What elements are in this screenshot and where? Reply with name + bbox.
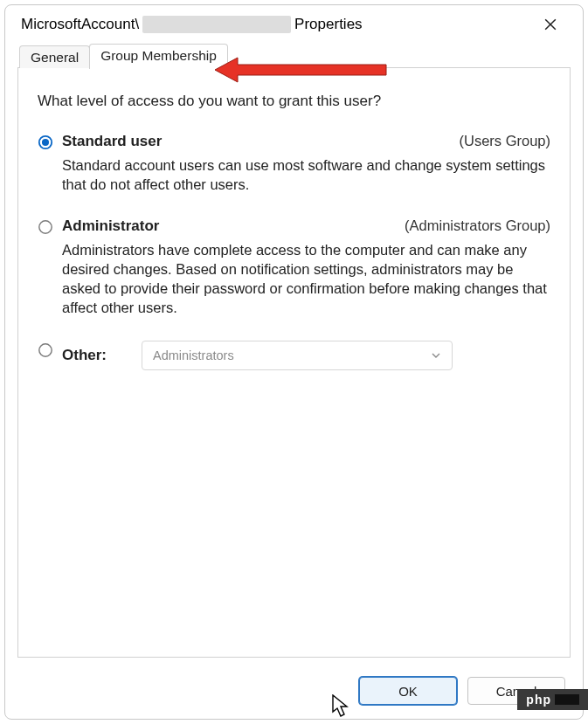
php-watermark: php — [517, 689, 588, 710]
tab-group-membership[interactable]: Group Membership — [89, 44, 228, 69]
option-standard-aside: (Users Group) — [459, 133, 550, 149]
tab-content-frame: What level of access do you want to gran… — [17, 68, 571, 658]
close-button[interactable] — [530, 10, 571, 38]
svg-point-5 — [39, 343, 52, 355]
option-admin-aside: (Administrators Group) — [405, 217, 550, 234]
ok-button[interactable]: OK — [359, 677, 457, 705]
radio-unselected-icon — [38, 342, 53, 358]
option-standard-desc: Standard account users can use most soft… — [38, 155, 550, 195]
tabstrip: General Group Membership — [5, 42, 583, 68]
chevron-down-icon — [431, 350, 441, 361]
svg-point-4 — [39, 220, 52, 232]
radio-selected-icon — [38, 134, 53, 150]
titlebar: MicrosoftAccount\ Properties — [5, 5, 583, 42]
option-administrator[interactable]: Administrator (Administrators Group) — [38, 217, 550, 235]
title-redacted — [142, 16, 291, 33]
access-question: What level of access do you want to gran… — [38, 93, 550, 110]
tab-general[interactable]: General — [19, 45, 90, 68]
properties-dialog: MicrosoftAccount\ Properties General Gro… — [4, 4, 584, 720]
option-admin-label: Administrator — [62, 217, 159, 235]
php-watermark-smudge — [555, 694, 579, 705]
dropdown-value: Administrators — [153, 348, 234, 362]
svg-point-3 — [42, 139, 49, 146]
other-group-dropdown[interactable]: Administrators — [142, 341, 453, 370]
option-other-label: Other: — [62, 347, 107, 364]
title-properties-suffix: Properties — [294, 16, 362, 33]
option-admin-desc: Administrators have complete access to t… — [38, 240, 550, 318]
radio-unselected-icon — [38, 219, 53, 235]
buttonbar: OK Cancel — [5, 668, 583, 719]
option-standard-user[interactable]: Standard user (Users Group) — [38, 133, 550, 150]
option-standard-label: Standard user — [62, 133, 162, 150]
close-icon — [544, 18, 557, 31]
title-account-prefix: MicrosoftAccount\ — [21, 16, 139, 33]
option-other[interactable]: Other: Administrators — [38, 341, 550, 370]
php-watermark-text: php — [526, 693, 551, 707]
